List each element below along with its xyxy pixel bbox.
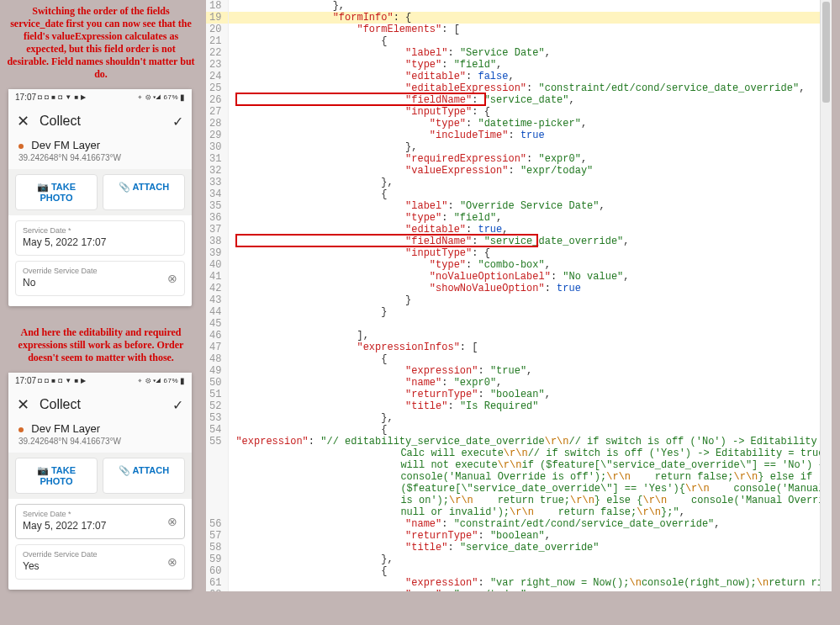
- code-content[interactable]: "title": "Is Required": [229, 400, 832, 412]
- code-content[interactable]: }: [229, 294, 832, 306]
- submit-icon[interactable]: ✓: [172, 114, 183, 130]
- code-line[interactable]: 49 "expression": "true",: [206, 365, 832, 377]
- code-line[interactable]: 21 {: [206, 35, 832, 47]
- code-line[interactable]: 54 {: [206, 424, 832, 436]
- attach-button[interactable]: 📎 ATTACH: [103, 174, 185, 210]
- code-line[interactable]: 27 "inputType": {: [206, 106, 832, 118]
- code-line[interactable]: 55"expression": "// editability_service_…: [206, 436, 832, 518]
- code-content[interactable]: "editable": true,: [229, 224, 832, 236]
- submit-icon[interactable]: ✓: [172, 397, 183, 413]
- code-content[interactable]: "type": "datetime-picker",: [229, 118, 832, 130]
- clear-icon[interactable]: ⊗: [167, 555, 177, 569]
- code-line[interactable]: 60 {: [206, 565, 832, 577]
- code-content[interactable]: "type": "field",: [229, 212, 832, 224]
- code-content[interactable]: "showNoValueOption": true: [229, 283, 832, 294]
- code-content[interactable]: {: [229, 353, 832, 365]
- code-content[interactable]: "name": "expr/today",: [229, 589, 832, 591]
- code-content[interactable]: "returnType": "boolean",: [229, 389, 832, 400]
- code-content[interactable]: "inputType": {: [229, 106, 832, 118]
- code-content[interactable]: "label": "Service Date",: [229, 47, 832, 59]
- code-content[interactable]: "includeTime": true: [229, 130, 832, 141]
- code-line[interactable]: 23 "type": "field",: [206, 59, 832, 71]
- code-content[interactable]: }: [229, 306, 832, 318]
- code-scroll-area[interactable]: 18 },19 "formInfo": {20 "formElements": …: [206, 0, 832, 591]
- code-line[interactable]: 20 "formElements": [: [206, 24, 832, 35]
- code-line[interactable]: 18 },: [206, 0, 832, 12]
- code-line[interactable]: 24 "editable": false,: [206, 71, 832, 82]
- code-content[interactable]: "type": "combo-box",: [229, 259, 832, 271]
- code-line[interactable]: 28 "type": "datetime-picker",: [206, 118, 832, 130]
- override-service-date-field[interactable]: Override Service Date No ⊗: [15, 261, 185, 296]
- code-content[interactable]: "expression": "// editability_service_da…: [229, 436, 832, 518]
- code-line[interactable]: 48 {: [206, 353, 832, 365]
- code-content[interactable]: "name": "expr0",: [229, 377, 832, 389]
- code-line[interactable]: 34 {: [206, 188, 832, 200]
- code-content[interactable]: "fieldName": "service_date",: [229, 94, 832, 106]
- close-icon[interactable]: ✕: [17, 112, 29, 130]
- code-line[interactable]: 35 "label": "Override Service Date",: [206, 200, 832, 212]
- code-line[interactable]: 19 "formInfo": {: [206, 12, 832, 24]
- code-content[interactable]: "inputType": {: [229, 247, 832, 259]
- code-line[interactable]: 59 },: [206, 553, 832, 565]
- code-line[interactable]: 32 "valueExpression": "expr/today": [206, 165, 832, 177]
- code-content[interactable]: },: [229, 141, 832, 153]
- code-line[interactable]: 31 "requiredExpression": "expr0",: [206, 153, 832, 165]
- code-content[interactable]: "requiredExpression": "expr0",: [229, 153, 832, 165]
- code-line[interactable]: 22 "label": "Service Date",: [206, 47, 832, 59]
- override-service-date-field[interactable]: Override Service Date Yes ⊗: [15, 544, 185, 580]
- code-line[interactable]: 53 },: [206, 412, 832, 424]
- code-line[interactable]: 39 "inputType": {: [206, 247, 832, 259]
- service-date-field[interactable]: Service Date * May 5, 2022 17:07 ⊗: [15, 504, 185, 539]
- code-line[interactable]: 36 "type": "field",: [206, 212, 832, 224]
- code-line[interactable]: 47 "expressionInfos": [: [206, 342, 832, 353]
- code-content[interactable]: "expression": "true",: [229, 365, 832, 377]
- code-line[interactable]: 30 },: [206, 141, 832, 153]
- code-content[interactable]: "editableExpression": "constraint/edt/co…: [229, 82, 832, 94]
- code-line[interactable]: 40 "type": "combo-box",: [206, 259, 832, 271]
- code-line[interactable]: 33 },: [206, 177, 832, 188]
- code-content[interactable]: },: [229, 177, 832, 188]
- code-content[interactable]: "formInfo": {: [229, 12, 832, 24]
- code-line[interactable]: 26 "fieldName": "service_date",: [206, 94, 832, 106]
- code-line[interactable]: 52 "title": "Is Required": [206, 400, 832, 412]
- code-line[interactable]: 56 "name": "constraint/edt/cond/service_…: [206, 518, 832, 530]
- close-icon[interactable]: ✕: [17, 395, 29, 414]
- code-line[interactable]: 43 }: [206, 294, 832, 306]
- code-content[interactable]: "fieldName": "service_date_override",: [229, 236, 832, 247]
- code-line[interactable]: 42 "showNoValueOption": true: [206, 283, 832, 294]
- code-line[interactable]: 37 "editable": true,: [206, 224, 832, 236]
- code-line[interactable]: 29 "includeTime": true: [206, 130, 832, 141]
- code-content[interactable]: "expression": "var right_now = Now();\nc…: [229, 577, 832, 589]
- code-line[interactable]: 51 "returnType": "boolean",: [206, 389, 832, 400]
- code-content[interactable]: {: [229, 424, 832, 436]
- clear-icon[interactable]: ⊗: [167, 515, 177, 528]
- code-content[interactable]: },: [229, 553, 832, 565]
- code-content[interactable]: ],: [229, 330, 832, 342]
- code-content[interactable]: "type": "field",: [229, 59, 832, 71]
- code-line[interactable]: 57 "returnType": "boolean",: [206, 530, 832, 542]
- code-editor[interactable]: 18 },19 "formInfo": {20 "formElements": …: [206, 0, 832, 591]
- code-content[interactable]: "valueExpression": "expr/today": [229, 165, 832, 177]
- code-line[interactable]: 25 "editableExpression": "constraint/edt…: [206, 82, 832, 94]
- code-content[interactable]: "title": "service_date_override": [229, 542, 832, 553]
- code-content[interactable]: "noValueOptionLabel": "No value",: [229, 271, 832, 283]
- code-line[interactable]: 41 "noValueOptionLabel": "No value",: [206, 271, 832, 283]
- code-content[interactable]: {: [229, 188, 832, 200]
- code-line[interactable]: 38 "fieldName": "service_date_override",: [206, 236, 832, 247]
- take-photo-button[interactable]: 📷 TAKE PHOTO: [15, 174, 98, 210]
- code-content[interactable]: "editable": false,: [229, 71, 832, 82]
- code-content[interactable]: "formElements": [: [229, 24, 832, 35]
- code-content[interactable]: },: [229, 0, 832, 12]
- code-content[interactable]: "returnType": "boolean",: [229, 530, 832, 542]
- service-date-field[interactable]: Service Date * May 5, 2022 17:07: [15, 220, 185, 256]
- code-line[interactable]: 50 "name": "expr0",: [206, 377, 832, 389]
- code-line[interactable]: 58 "title": "service_date_override": [206, 542, 832, 553]
- code-content[interactable]: [229, 318, 832, 330]
- code-content[interactable]: {: [229, 565, 832, 577]
- take-photo-button[interactable]: 📷 TAKE PHOTO: [15, 458, 98, 494]
- code-content[interactable]: "label": "Override Service Date",: [229, 200, 832, 212]
- code-content[interactable]: {: [229, 35, 832, 47]
- code-line[interactable]: 45: [206, 318, 832, 330]
- vertical-scrollbar[interactable]: [820, 0, 832, 591]
- code-content[interactable]: "name": "constraint/edt/cond/service_dat…: [229, 518, 832, 530]
